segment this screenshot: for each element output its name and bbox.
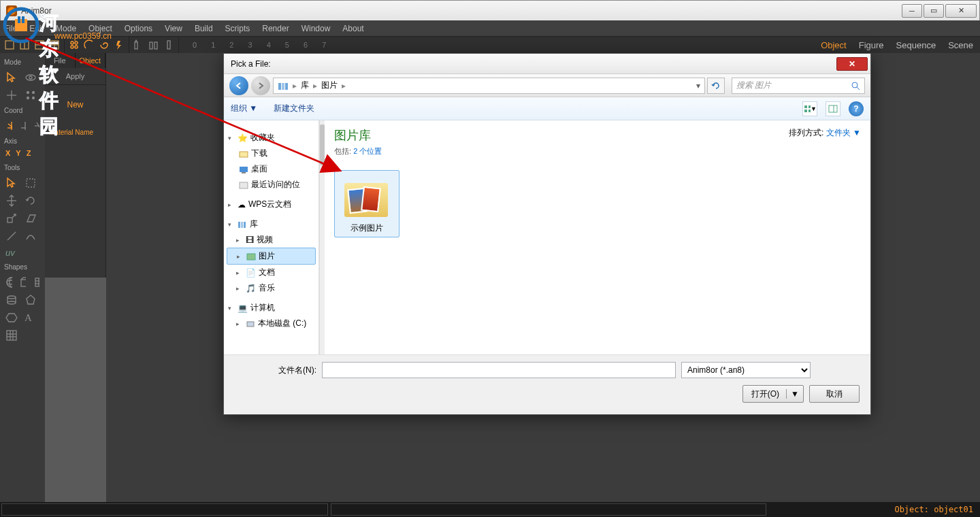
flash-icon[interactable] bbox=[114, 39, 125, 50]
tree-downloads[interactable]: 下载 bbox=[251, 148, 267, 159]
materials-new[interactable]: New bbox=[45, 85, 105, 124]
viewport-single-icon[interactable] bbox=[4, 39, 15, 50]
axis2-icon[interactable] bbox=[19, 120, 26, 132]
cylinder-icon[interactable] bbox=[5, 294, 18, 306]
tree-wps[interactable]: WPS云文档 bbox=[248, 199, 291, 210]
svg-line-69 bbox=[857, 87, 860, 90]
tree-recent[interactable]: 最近访问的位 bbox=[251, 179, 300, 190]
breadcrumb-1[interactable]: 图片 bbox=[321, 80, 338, 91]
menu-about[interactable]: About bbox=[342, 24, 363, 33]
axis-x[interactable]: X bbox=[5, 149, 10, 157]
grid-icon[interactable] bbox=[5, 329, 18, 341]
spiral-icon[interactable] bbox=[99, 39, 110, 50]
materials-apply[interactable]: Apply bbox=[45, 68, 105, 85]
tree-disk-c[interactable]: 本地磁盘 (C:) bbox=[258, 318, 306, 329]
tree-desktop[interactable]: 桌面 bbox=[251, 163, 267, 175]
menu-window[interactable]: Window bbox=[301, 24, 331, 33]
cylinder-grid-icon[interactable] bbox=[33, 276, 39, 288]
uv-label[interactable]: uv bbox=[5, 248, 15, 258]
refresh-button[interactable] bbox=[707, 78, 725, 94]
axis1-icon[interactable] bbox=[5, 120, 12, 132]
minimize-button[interactable]: ─ bbox=[902, 4, 922, 18]
pointer-icon[interactable] bbox=[5, 71, 18, 84]
menu-options[interactable]: Options bbox=[125, 24, 152, 33]
nav-forward-button[interactable] bbox=[251, 76, 270, 95]
menu-edit[interactable]: Edit bbox=[29, 24, 44, 33]
cluster-icon[interactable] bbox=[69, 39, 80, 50]
search-input[interactable]: 搜索 图片 bbox=[732, 78, 865, 94]
axis-y[interactable]: Y bbox=[16, 149, 20, 157]
breadcrumb-0[interactable]: 库 bbox=[301, 80, 309, 91]
tree-computer[interactable]: 计算机 bbox=[250, 302, 275, 314]
scale-icon[interactable] bbox=[5, 212, 18, 224]
select-icon[interactable] bbox=[5, 177, 18, 189]
menu-object[interactable]: Object bbox=[88, 24, 112, 33]
viewport-split-v-icon[interactable] bbox=[19, 39, 30, 50]
tree-favorites[interactable]: 收藏夹 bbox=[250, 132, 275, 144]
materials-tab-file[interactable]: File bbox=[45, 53, 76, 68]
view-mode-button[interactable]: ▼ bbox=[802, 101, 817, 116]
move-icon[interactable] bbox=[5, 89, 18, 101]
menu-scripts[interactable]: Scripts bbox=[225, 24, 250, 33]
points-icon[interactable] bbox=[24, 89, 37, 101]
folder-item-sample[interactable]: 示例图片 bbox=[334, 170, 399, 237]
filetype-select[interactable]: Anim8or (*.an8) bbox=[681, 362, 811, 378]
hexagon-icon[interactable] bbox=[5, 312, 18, 324]
menu-mode[interactable]: Mode bbox=[56, 24, 76, 33]
polygon-icon[interactable] bbox=[24, 294, 37, 306]
nav-back-button[interactable] bbox=[229, 76, 248, 95]
pan-icon[interactable] bbox=[5, 195, 18, 207]
arc-icon[interactable] bbox=[84, 39, 95, 50]
open-button[interactable]: 打开(O)▼ bbox=[742, 385, 804, 403]
library-locations-link[interactable]: 2 个位置 bbox=[353, 147, 382, 155]
sort-by: 排列方式: 文件夹 ▼ bbox=[789, 127, 861, 139]
axis-z[interactable]: Z bbox=[27, 149, 31, 157]
tree-library[interactable]: 库 bbox=[250, 218, 258, 230]
menu-build[interactable]: Build bbox=[195, 24, 213, 33]
sort-value[interactable]: 文件夹 ▼ bbox=[826, 128, 861, 137]
marker-a-icon[interactable] bbox=[133, 39, 144, 50]
menu-view[interactable]: View bbox=[165, 24, 182, 33]
axis3-icon[interactable] bbox=[33, 120, 39, 132]
svg-point-14 bbox=[71, 46, 74, 48]
tree-images[interactable]: 图片 bbox=[259, 250, 275, 262]
maximize-button[interactable]: ▭ bbox=[924, 4, 944, 18]
tree-docs[interactable]: 文档 bbox=[259, 267, 275, 278]
mode-tab-sequence[interactable]: Sequence bbox=[896, 40, 936, 50]
text-tool-icon[interactable]: A bbox=[24, 312, 32, 324]
curve-icon[interactable] bbox=[24, 230, 37, 242]
address-bar[interactable]: ▸ 库 ▸ 图片 ▸ ▾ bbox=[273, 78, 705, 94]
preview-pane-button[interactable] bbox=[826, 101, 840, 116]
marquee-icon[interactable] bbox=[24, 177, 37, 189]
tree-music[interactable]: 音乐 bbox=[259, 282, 275, 294]
eye-icon[interactable] bbox=[24, 71, 37, 84]
dialog-close-button[interactable]: ✕ bbox=[836, 57, 868, 71]
svg-point-54 bbox=[7, 296, 16, 299]
newfolder-button[interactable]: 新建文件夹 bbox=[274, 103, 314, 114]
viewport-split-h-icon[interactable] bbox=[34, 39, 45, 50]
tree-video[interactable]: 视频 bbox=[257, 234, 273, 246]
section-coord: Coord bbox=[0, 104, 45, 117]
help-button[interactable]: ? bbox=[849, 101, 864, 116]
svg-point-26 bbox=[27, 97, 29, 99]
mode-tab-object[interactable]: Object bbox=[821, 40, 847, 50]
filename-input[interactable] bbox=[322, 362, 676, 378]
line-icon[interactable] bbox=[5, 230, 18, 242]
cancel-button[interactable]: 取消 bbox=[809, 385, 860, 403]
menu-render[interactable]: Render bbox=[262, 24, 289, 33]
marker-c-icon[interactable] bbox=[163, 39, 174, 50]
organize-button[interactable]: 组织 ▼ bbox=[231, 103, 257, 114]
cube-icon[interactable] bbox=[19, 276, 26, 288]
mode-tab-figure[interactable]: Figure bbox=[859, 40, 884, 50]
materials-tab-object[interactable]: Object bbox=[76, 53, 106, 68]
menu-file[interactable]: File bbox=[4, 24, 17, 33]
shear-icon[interactable] bbox=[24, 212, 37, 224]
viewport-quad-icon[interactable] bbox=[49, 39, 60, 50]
rotate-icon[interactable] bbox=[24, 195, 37, 207]
svg-point-25 bbox=[33, 92, 35, 94]
mode-tab-scene[interactable]: Scene bbox=[948, 40, 973, 50]
close-button[interactable]: ✕ bbox=[945, 4, 977, 18]
tree-scrollbar[interactable] bbox=[319, 120, 325, 354]
sphere-icon[interactable] bbox=[5, 276, 12, 288]
marker-b-icon[interactable] bbox=[148, 39, 159, 50]
